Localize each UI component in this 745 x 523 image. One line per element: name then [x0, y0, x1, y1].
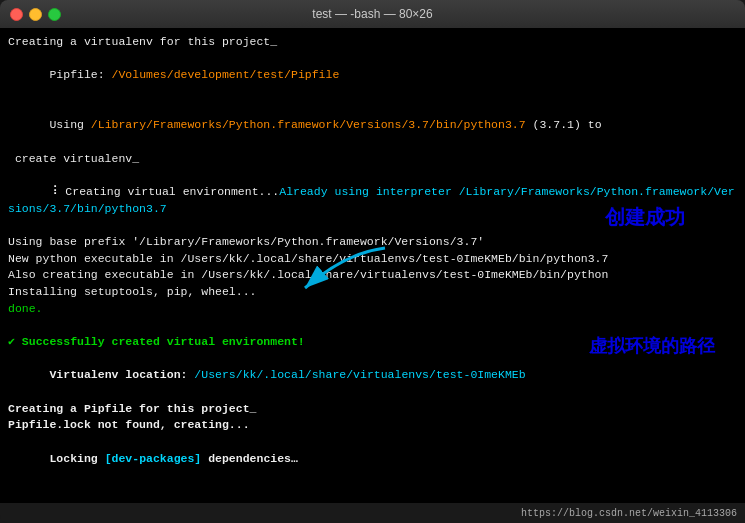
window-title: test — -bash — 80×26	[312, 7, 432, 21]
terminal-line: Locking [dev-packages] dependencies…	[8, 434, 737, 484]
terminal-body[interactable]: Creating a virtualenv for this project_ …	[0, 28, 745, 503]
url-text: https://blog.csdn.net/weixin_4113306	[521, 508, 737, 519]
terminal-line: Locking [packages] dependencies…	[8, 484, 737, 503]
titlebar: test — -bash — 80×26	[0, 0, 745, 28]
bottom-bar: https://blog.csdn.net/weixin_4113306	[0, 503, 745, 523]
close-button[interactable]	[10, 8, 23, 21]
annotation-arrow-1	[255, 243, 395, 303]
terminal-line: Creating a Pipfile for this project_	[8, 401, 737, 418]
minimize-button[interactable]	[29, 8, 42, 21]
traffic-lights	[10, 8, 61, 21]
terminal-line: Creating a virtualenv for this project_	[8, 34, 737, 51]
terminal-window: test — -bash — 80×26 Creating a virtuale…	[0, 0, 745, 523]
bottom-left	[8, 508, 14, 519]
terminal-line: create virtualenv_	[8, 151, 737, 168]
terminal-line: Pipfile.lock not found, creating...	[8, 417, 737, 434]
terminal-line	[8, 317, 737, 334]
annotation-chuangjian: 创建成功	[605, 203, 685, 232]
maximize-button[interactable]	[48, 8, 61, 21]
annotation-venv-path: 虚拟环境的路径	[589, 333, 715, 359]
terminal-line: Using /Library/Frameworks/Python.framewo…	[8, 101, 737, 151]
terminal-line: done.	[8, 301, 737, 318]
terminal-line: Pipfile: /Volumes/development/test/Pipfi…	[8, 51, 737, 101]
